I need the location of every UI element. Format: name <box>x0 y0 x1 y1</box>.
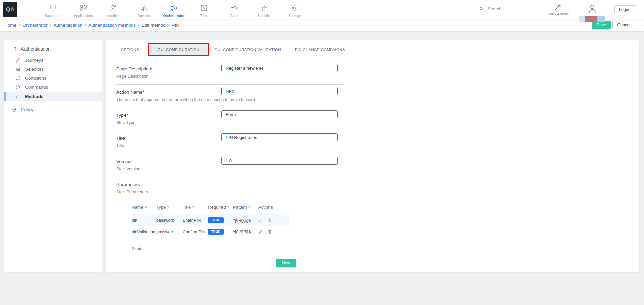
page-description-input[interactable] <box>221 64 338 72</box>
nav-item-identities[interactable]: Identities <box>98 2 129 18</box>
tools-icon <box>200 4 208 12</box>
tab-gui-configuration-validation[interactable]: GUI CONFIGURATION VALIDATION <box>214 48 281 52</box>
field-action-name: Action Name* The value that appears on t… <box>116 85 344 108</box>
new-parameter-button[interactable]: New <box>276 259 296 267</box>
table-row: pin password Enter PIN TRUE ^[0-9]{6}$ <box>132 214 289 226</box>
nav-label: Applications <box>74 14 93 18</box>
nav-item-dashboard[interactable]: Dashboard <box>38 2 68 18</box>
app-logo[interactable]: QA <box>3 2 17 17</box>
nav-label: Audit <box>230 14 238 18</box>
edit-pencil-icon[interactable] <box>258 218 263 223</box>
nav-item-audit[interactable]: Audit <box>219 2 249 18</box>
action-name-input[interactable] <box>221 87 338 95</box>
parameters-title: Parameters <box>116 182 344 187</box>
required-badge: TRUE <box>208 217 224 223</box>
column-header-name[interactable]: Name⇅ <box>132 205 156 210</box>
column-label: Pattern <box>233 205 247 210</box>
search-input[interactable] <box>488 6 531 11</box>
commands-icon <box>15 84 21 90</box>
nav-item-orchestrator[interactable]: Orchestrator <box>159 2 189 18</box>
page-actions: Save Cancel <box>592 21 635 29</box>
nav-label: Settings <box>288 14 301 18</box>
column-header-type[interactable]: Type⇅ <box>156 205 183 210</box>
nav-item-devices[interactable]: Devices <box>129 2 159 18</box>
column-header-required[interactable]: Required⇅ <box>208 205 233 210</box>
sort-icon: ⇅ <box>248 205 251 209</box>
sort-icon: ⇅ <box>167 205 170 209</box>
logo-letter-a: A <box>10 7 14 13</box>
table-header-row: Name⇅ Type⇅ Title⇅ Required⇅ Pattern⇅ Ac… <box>132 201 289 214</box>
nav-label: Statistics <box>257 14 271 18</box>
sidebar-item-journeys[interactable]: Journeys <box>4 56 102 65</box>
field-helper: The value that appears on the form when … <box>116 97 344 102</box>
column-header-title[interactable]: Title⇅ <box>183 205 208 210</box>
field-helper: Page Description <box>116 74 344 79</box>
breadcrumb-link-authentication-methods[interactable]: Authentication methods <box>88 23 136 28</box>
nav-item-statistics[interactable]: Statistics <box>249 2 280 18</box>
nav-item-tools[interactable]: Tools <box>189 2 219 18</box>
settings-icon <box>290 4 299 12</box>
sidebar-item-label: Journeys <box>25 58 43 63</box>
nav-item-applications[interactable]: Applications <box>68 2 98 18</box>
logout-button[interactable]: Logout <box>614 5 636 14</box>
sidebar-item-commands[interactable]: Commands <box>4 83 102 92</box>
methods-icon <box>15 94 21 99</box>
sidebar-item-policy[interactable]: Policy <box>4 104 102 115</box>
sidebar-item-methods[interactable]: Methods <box>4 92 102 101</box>
search-icon <box>479 6 484 12</box>
edit-pencil-icon[interactable] <box>258 229 263 234</box>
column-label: Name <box>132 205 143 210</box>
type-input[interactable] <box>221 110 338 118</box>
tab-gui-configuration[interactable]: GUI CONFIGURATION <box>149 44 208 55</box>
nav-item-settings[interactable]: Settings <box>280 2 310 18</box>
column-header-actions: Actions <box>258 205 287 210</box>
user-avatar[interactable] <box>585 4 600 18</box>
version-input[interactable] <box>221 157 338 165</box>
tab-pin-change-campaigns[interactable]: PIN CHANGE CAMPAIGNS <box>295 48 345 52</box>
breadcrumb-link-orchestrator[interactable]: Orchestrator <box>22 23 48 28</box>
breadcrumb-link-home[interactable]: Home <box>4 23 16 28</box>
breadcrumb-separator: / <box>50 23 51 28</box>
form: Page Description* Page Description Actio… <box>116 62 344 200</box>
statistics-icon <box>260 4 269 12</box>
sort-icon: ⇅ <box>192 205 195 209</box>
required-badge: TRUE <box>208 229 224 235</box>
field-page-description: Page Description* Page Description <box>116 62 344 85</box>
breadcrumb-link-authentication[interactable]: Authentication <box>54 23 83 28</box>
content-area: Authentication Journeys Selectors Condit… <box>0 31 644 305</box>
field-helper: Step Version <box>116 167 344 171</box>
row-actions <box>258 229 287 234</box>
breadcrumb-bar: Home / Orchestrator / Authentication / A… <box>0 19 644 31</box>
breadcrumb-separator: / <box>19 23 20 28</box>
cancel-button[interactable]: Cancel <box>612 21 635 29</box>
parameters-subtitle: Step Parameters <box>116 190 344 194</box>
sidebar: Authentication Journeys Selectors Condit… <box>4 40 102 272</box>
sidebar-item-selectors[interactable]: Selectors <box>4 65 102 74</box>
top-nav-bar: QA Dashboard Applications Identities Dev… <box>0 0 644 19</box>
param-name: pin <box>132 218 156 223</box>
param-type: password <box>156 218 183 223</box>
column-label: Title <box>183 205 191 210</box>
delete-trash-icon[interactable] <box>267 218 273 223</box>
sort-icon: ⇅ <box>227 205 230 209</box>
breadcrumb-separator: / <box>85 23 86 28</box>
tab-options[interactable]: OPTIONS <box>121 48 139 52</box>
sidebar-item-conditions[interactable]: Conditions <box>4 74 102 83</box>
sidebar-section-authentication[interactable]: Authentication <box>4 44 102 54</box>
column-header-pattern[interactable]: Pattern⇅ <box>233 205 258 210</box>
login-icon <box>11 46 17 52</box>
quick-actions-button[interactable]: Quick Actions <box>547 3 569 16</box>
param-type: password <box>156 230 183 234</box>
param-required: TRUE <box>208 229 233 235</box>
delete-trash-icon[interactable] <box>267 229 273 234</box>
sidebar-item-label: Selectors <box>25 67 44 72</box>
param-required: TRUE <box>208 217 233 223</box>
sidebar-item-label: Conditions <box>25 76 46 81</box>
annotation-highlight-box: GUI CONFIGURATION <box>148 43 209 56</box>
sidebar-item-label: Methods <box>25 94 44 99</box>
field-helper: Step Type <box>116 120 344 125</box>
title-input[interactable] <box>221 133 338 141</box>
tab-bar: OPTIONS GUI CONFIGURATION GUI CONFIGURAT… <box>121 43 639 56</box>
save-button[interactable]: Save <box>592 21 611 29</box>
nav-label: Devices <box>137 14 150 18</box>
